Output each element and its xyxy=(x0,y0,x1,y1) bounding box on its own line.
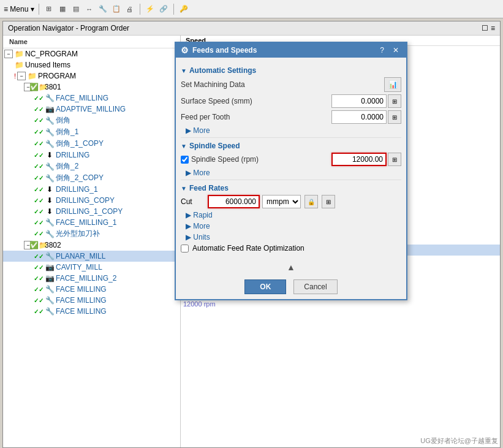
tree-item-program[interactable]: ! − 📁 PROGRAM xyxy=(3,70,180,82)
menu-button[interactable]: ≡ Menu ▾ xyxy=(4,5,34,13)
dialog-close-button[interactable]: ✕ xyxy=(390,46,401,55)
tree-item-face-milling-2c2[interactable]: ✓✓ 🔧 FACE MILLING xyxy=(3,295,180,306)
tree-item-face-milling-2c1[interactable]: ✓✓ 🔧 FACE MILLING xyxy=(3,284,180,295)
left-panel-header: Name xyxy=(3,36,180,48)
spindle-speed-section-header: ▼ Spindle Speed xyxy=(181,142,401,150)
auto-optimization-checkbox[interactable] xyxy=(181,245,189,252)
nc-program-label: NC_PROGRAM xyxy=(25,50,78,58)
op-icon-fm2c3: 🔧 xyxy=(45,307,55,316)
toolbar-icon-3: ▤ xyxy=(70,4,81,15)
check-icon-drilling1c: ✓✓ xyxy=(34,208,43,215)
feed-per-tooth-input[interactable]: 0.0000 xyxy=(331,110,387,124)
ok-button[interactable]: OK xyxy=(244,279,286,294)
tree-item-daojiao1[interactable]: ✓✓ 🔧 倒角_1 xyxy=(3,126,180,138)
tree-item-drilling-copy[interactable]: ✓✓ ⬇ DRILLING_COPY xyxy=(3,195,180,206)
toolbar-icon-1: ⊞ xyxy=(43,4,55,15)
check-icon-daojiao1c: ✓✓ xyxy=(34,140,43,147)
tree-item-drilling1[interactable]: ✓✓ ⬇ DRILLING_1 xyxy=(3,184,180,195)
daojiao1-label: 倒角_1 xyxy=(56,127,78,137)
tree-item-daojiao[interactable]: ✓✓ 🔧 倒角 xyxy=(3,115,180,126)
expand-nc-program[interactable]: − xyxy=(4,50,13,58)
surface-speed-icon-btn[interactable]: ⊞ xyxy=(388,94,401,108)
spindle-speed-input[interactable]: 12000.00 xyxy=(331,153,387,166)
planar-mill-label: PLANAR_MILL xyxy=(56,252,105,260)
settings-icon: ⚙ xyxy=(181,45,189,55)
dialog-title-left: ⚙ Feeds and Speeds xyxy=(181,45,257,55)
dialog-title-text: Feeds and Speeds xyxy=(192,46,257,55)
set-machining-data-row: Set Machining Data 📊 xyxy=(181,77,401,92)
folder-icon-3802: ✅📁 xyxy=(34,241,43,249)
tree-item-face-milling-2[interactable]: ✓✓ 📷 FACE_MILLING_2 xyxy=(3,273,180,284)
feed-per-tooth-label: Feed per Tooth xyxy=(181,113,331,121)
feed-more-row[interactable]: ▶ More xyxy=(186,222,401,230)
face-milling-label: FACE_MILLING xyxy=(56,94,108,102)
tree-item-drilling[interactable]: ✓✓ ⬇ DRILLING xyxy=(3,150,180,161)
scroll-up-indicator[interactable]: ▲ xyxy=(176,260,406,275)
separator-1 xyxy=(39,4,39,15)
expand-program[interactable]: − xyxy=(17,72,26,80)
daojiao2-label: 倒角_2 xyxy=(56,161,78,172)
cut-lock-btn[interactable]: 🔒 xyxy=(304,195,318,208)
surface-speed-input[interactable]: 0.0000 xyxy=(331,94,387,108)
exclamation-icon: ! xyxy=(14,72,16,80)
window-menu-button[interactable]: ≡ xyxy=(491,24,495,32)
spindle-more[interactable]: ▶ More xyxy=(186,169,401,177)
toolbar-icon-5: 🔧 xyxy=(97,4,108,15)
divider-1 xyxy=(181,137,401,138)
toolbar-icon-4: ↔ xyxy=(84,4,95,15)
face-milling-2c3-label: FACE MILLING xyxy=(56,307,107,316)
spindle-speed-icon-btn[interactable]: ⊞ xyxy=(388,153,401,166)
feed-rates-section-header: ▼ Feed Rates xyxy=(181,184,401,192)
check-icon-fm2c3: ✓✓ xyxy=(34,308,43,315)
op-icon-fm1: 🔧 xyxy=(45,218,55,227)
tree-item-face-milling-2c3[interactable]: ✓✓ 🔧 FACE MILLING xyxy=(3,306,180,317)
check-icon-drilling1: ✓✓ xyxy=(34,186,43,193)
window-title: Operation Navigator - Program Order xyxy=(8,24,129,32)
dialog-footer: OK Cancel xyxy=(176,275,406,299)
feed-rates-label: Feed Rates xyxy=(189,184,229,192)
op-icon-drillingc: ⬇ xyxy=(45,196,55,205)
check-icon-drilling: ✓✓ xyxy=(34,152,43,159)
tree-item-cavity-mill[interactable]: ✓✓ 📷 CAVITY_MILL xyxy=(3,262,180,273)
tree-item-face-milling[interactable]: ✓✓ 🔧 FACE_MILLING xyxy=(3,93,180,104)
guangwai-label: 光外型加刀补 xyxy=(56,229,100,239)
cut-unit-select[interactable]: mmpm mmpr ipm xyxy=(262,195,301,208)
tree-item-daojiao2[interactable]: ✓✓ 🔧 倒角_2 xyxy=(3,161,180,172)
tree-item-daojiao2-copy[interactable]: ✓✓ 🔧 倒角_2_COPY xyxy=(3,172,180,184)
tree-item-planar-mill[interactable]: ✓✓ 🔧 PLANAR_MILL xyxy=(3,251,180,262)
op-icon-daojiao2c: 🔧 xyxy=(45,174,55,183)
units-row[interactable]: ▶ Units xyxy=(186,233,401,241)
tree-item-guangwai[interactable]: ✓✓ 🔧 光外型加刀补 xyxy=(3,228,180,240)
tree-item-daojiao1-copy[interactable]: ✓✓ 🔧 倒角_1_COPY xyxy=(3,138,180,150)
adaptive-milling-label: ADAPTIVE_MILLING xyxy=(56,105,126,113)
spindle-speed-checkbox[interactable] xyxy=(181,156,189,164)
tree-item-unused[interactable]: 📁 Unused Items xyxy=(3,59,180,70)
spindle-speed-row: Spindle Speed (rpm) 12000.00 ⊞ xyxy=(181,153,401,166)
rapid-row[interactable]: ▶ Rapid xyxy=(186,211,401,219)
folder-icon-unused: 📁 xyxy=(14,61,24,69)
tree-item-drilling1-copy[interactable]: ✓✓ ⬇ DRILLING_1_COPY xyxy=(3,206,180,217)
auto-settings-more[interactable]: ▶ More xyxy=(186,126,401,135)
tree-item-face-milling-1[interactable]: ✓✓ 🔧 FACE_MILLING_1 xyxy=(3,217,180,228)
op-icon-adaptive: 📷 xyxy=(45,105,55,113)
tree-item-3802[interactable]: − ✅📁 3802 xyxy=(3,240,180,251)
auto-optimization-label: Automatic Feed Rate Optimization xyxy=(192,244,304,252)
feed-per-tooth-icon-btn[interactable]: ⊞ xyxy=(388,110,401,124)
op-icon-face-milling: 🔧 xyxy=(45,94,55,102)
daojiao-label: 倒角 xyxy=(56,115,70,126)
check-icon-fm2c2: ✓✓ xyxy=(34,297,43,304)
rapid-label: ▶ Rapid xyxy=(186,211,213,219)
op-icon-daojiao2: 🔧 xyxy=(45,162,55,171)
tree-item-3801[interactable]: − ✅📁 3801 xyxy=(3,82,180,93)
auto-settings-more-label: ▶ More xyxy=(186,126,210,135)
cancel-button[interactable]: Cancel xyxy=(293,279,337,294)
window-restore-button[interactable]: ☐ xyxy=(482,24,488,32)
tree-item-adaptive-milling[interactable]: ✓✓ 📷 ADAPTIVE_MILLING xyxy=(3,104,180,115)
window-titlebar: Operation Navigator - Program Order ☐ ≡ xyxy=(3,21,500,36)
dialog-help-button[interactable]: ? xyxy=(377,46,387,55)
set-machining-data-button[interactable]: 📊 xyxy=(384,77,401,92)
cut-input[interactable]: 6000.000 xyxy=(208,195,260,208)
cut-icon-btn[interactable]: ⊞ xyxy=(322,195,335,208)
check-icon-adaptive: ✓✓ xyxy=(34,106,43,113)
tree-item-nc-program[interactable]: − 📁 NC_PROGRAM xyxy=(3,48,180,59)
